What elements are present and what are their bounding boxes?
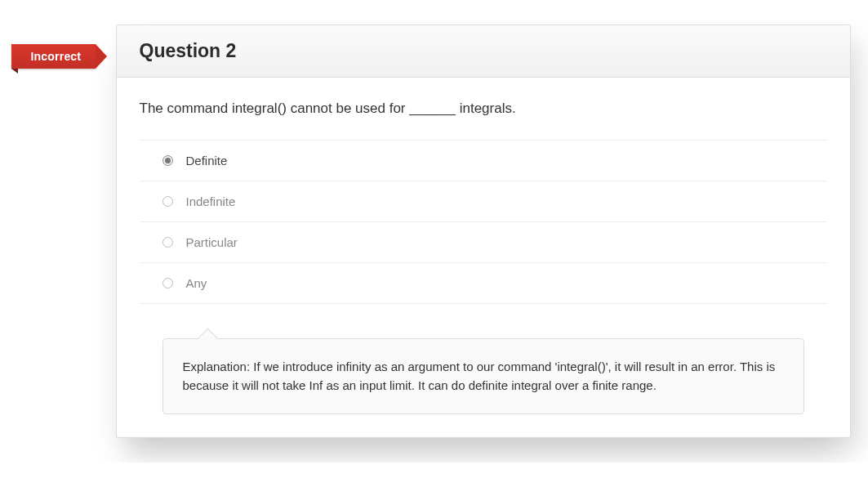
radio-icon <box>162 278 173 288</box>
option-label: Any <box>186 276 207 290</box>
status-ribbon: Incorrect <box>11 44 96 69</box>
question-text: The command integral() cannot be used fo… <box>140 101 827 117</box>
status-ribbon-label: Incorrect <box>31 50 82 63</box>
option-row[interactable]: Indefinite <box>140 181 827 222</box>
radio-icon <box>162 155 173 166</box>
question-title: Question 2 <box>140 40 827 62</box>
radio-icon <box>162 196 173 207</box>
option-row[interactable]: Particular <box>140 222 827 263</box>
explanation-text: Explanation: If we introduce infinity as… <box>183 360 776 392</box>
option-row[interactable]: Definite <box>140 141 827 181</box>
question-card: Question 2 The command integral() cannot… <box>116 25 851 438</box>
question-card-wrapper: Incorrect Question 2 The command integra… <box>18 25 851 438</box>
card-header: Question 2 <box>117 25 850 78</box>
option-label: Indefinite <box>186 194 236 208</box>
option-row[interactable]: Any <box>140 263 827 304</box>
option-label: Particular <box>186 235 238 249</box>
card-body: The command integral() cannot be used fo… <box>117 78 850 414</box>
explanation-box: Explanation: If we introduce infinity as… <box>162 338 804 414</box>
options-list: Definite Indefinite Particular Any <box>140 140 827 304</box>
radio-icon <box>162 237 173 248</box>
option-label: Definite <box>186 154 228 168</box>
